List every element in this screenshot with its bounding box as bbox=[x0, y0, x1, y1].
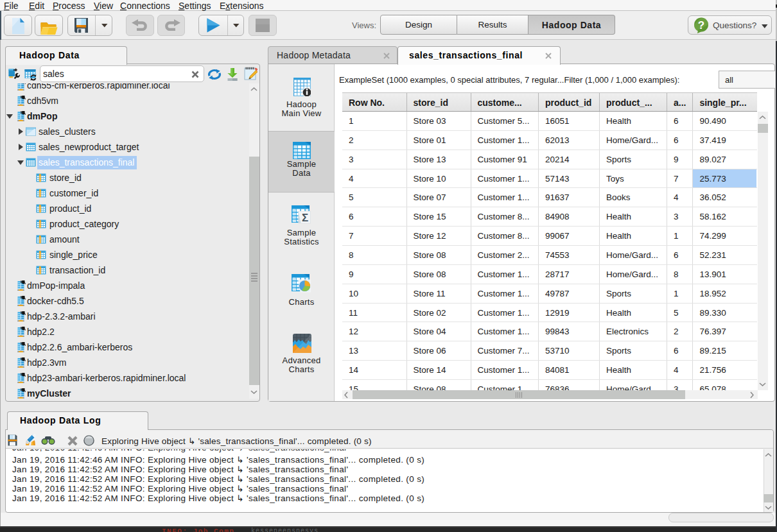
svg-text:Σ: Σ bbox=[301, 212, 308, 224]
svg-text:?: ? bbox=[698, 19, 704, 31]
